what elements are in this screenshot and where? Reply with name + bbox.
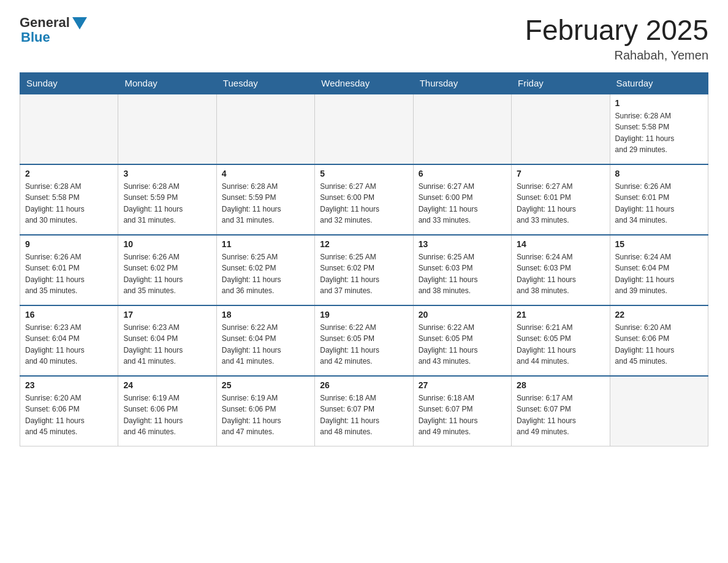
calendar-cell: [610, 376, 708, 446]
calendar-week-row: 1Sunrise: 6:28 AMSunset: 5:58 PMDaylight…: [20, 94, 708, 164]
day-info: Sunrise: 6:19 AMSunset: 6:06 PMDaylight:…: [222, 393, 309, 438]
day-number: 22: [615, 310, 703, 320]
calendar-cell: 25Sunrise: 6:19 AMSunset: 6:06 PMDayligh…: [216, 376, 314, 446]
day-info: Sunrise: 6:17 AMSunset: 6:07 PMDaylight:…: [517, 393, 604, 438]
title-block: February 2025 Rahabah, Yemen: [525, 15, 708, 63]
day-info: Sunrise: 6:25 AMSunset: 6:02 PMDaylight:…: [320, 251, 408, 297]
subtitle: Rahabah, Yemen: [525, 48, 708, 63]
day-info: Sunrise: 6:28 AMSunset: 5:58 PMDaylight:…: [615, 110, 703, 156]
day-number: 23: [25, 380, 113, 390]
day-info: Sunrise: 6:19 AMSunset: 6:06 PMDaylight:…: [123, 393, 211, 438]
day-number: 7: [517, 169, 604, 178]
calendar-cell: 23Sunrise: 6:20 AMSunset: 6:06 PMDayligh…: [20, 376, 118, 446]
calendar-header-friday: Friday: [512, 72, 610, 94]
calendar-header-tuesday: Tuesday: [216, 72, 314, 94]
day-number: 10: [123, 239, 211, 249]
day-number: 3: [123, 169, 211, 178]
calendar-table: SundayMondayTuesdayWednesdayThursdayFrid…: [20, 72, 708, 447]
calendar-header-monday: Monday: [118, 72, 216, 94]
day-info: Sunrise: 6:21 AMSunset: 6:05 PMDaylight:…: [517, 322, 604, 367]
day-number: 26: [320, 380, 408, 390]
day-info: Sunrise: 6:18 AMSunset: 6:07 PMDaylight:…: [320, 393, 408, 438]
day-info: Sunrise: 6:27 AMSunset: 6:00 PMDaylight:…: [320, 181, 408, 226]
calendar-cell: 22Sunrise: 6:20 AMSunset: 6:06 PMDayligh…: [610, 305, 708, 376]
day-number: 13: [419, 239, 506, 249]
logo: General Blue: [20, 15, 87, 45]
day-number: 27: [419, 380, 506, 390]
day-number: 24: [123, 380, 211, 390]
day-info: Sunrise: 6:22 AMSunset: 6:05 PMDaylight:…: [320, 322, 408, 367]
day-info: Sunrise: 6:18 AMSunset: 6:07 PMDaylight:…: [419, 393, 506, 438]
day-number: 4: [222, 169, 309, 178]
day-info: Sunrise: 6:28 AMSunset: 5:59 PMDaylight:…: [222, 181, 309, 226]
calendar-cell: 27Sunrise: 6:18 AMSunset: 6:07 PMDayligh…: [413, 376, 511, 446]
day-number: 11: [222, 239, 309, 249]
calendar-cell: 18Sunrise: 6:22 AMSunset: 6:04 PMDayligh…: [216, 305, 314, 376]
day-info: Sunrise: 6:27 AMSunset: 6:00 PMDaylight:…: [419, 181, 506, 226]
logo-triangle-icon: [72, 17, 87, 29]
day-number: 8: [615, 169, 703, 178]
day-number: 5: [320, 169, 408, 178]
day-number: 1: [615, 98, 703, 108]
day-number: 20: [419, 310, 506, 320]
day-info: Sunrise: 6:24 AMSunset: 6:03 PMDaylight:…: [517, 251, 604, 297]
day-info: Sunrise: 6:20 AMSunset: 6:06 PMDaylight:…: [615, 322, 703, 367]
day-info: Sunrise: 6:20 AMSunset: 6:06 PMDaylight:…: [25, 393, 113, 438]
day-number: 16: [25, 310, 113, 320]
day-info: Sunrise: 6:24 AMSunset: 6:04 PMDaylight:…: [615, 251, 703, 297]
calendar-cell: 20Sunrise: 6:22 AMSunset: 6:05 PMDayligh…: [413, 305, 511, 376]
calendar-cell: 24Sunrise: 6:19 AMSunset: 6:06 PMDayligh…: [118, 376, 216, 446]
day-number: 28: [517, 380, 604, 390]
calendar-cell: 15Sunrise: 6:24 AMSunset: 6:04 PMDayligh…: [610, 235, 708, 305]
day-number: 19: [320, 310, 408, 320]
calendar-cell: 4Sunrise: 6:28 AMSunset: 5:59 PMDaylight…: [216, 164, 314, 235]
day-info: Sunrise: 6:28 AMSunset: 5:59 PMDaylight:…: [123, 181, 211, 226]
calendar-cell: 12Sunrise: 6:25 AMSunset: 6:02 PMDayligh…: [315, 235, 413, 305]
day-info: Sunrise: 6:23 AMSunset: 6:04 PMDaylight:…: [25, 322, 113, 367]
calendar-header-thursday: Thursday: [413, 72, 511, 94]
calendar-cell: 16Sunrise: 6:23 AMSunset: 6:04 PMDayligh…: [20, 305, 118, 376]
calendar-cell: 3Sunrise: 6:28 AMSunset: 5:59 PMDaylight…: [118, 164, 216, 235]
calendar-cell: 9Sunrise: 6:26 AMSunset: 6:01 PMDaylight…: [20, 235, 118, 305]
calendar-cell: 8Sunrise: 6:26 AMSunset: 6:01 PMDaylight…: [610, 164, 708, 235]
calendar-week-row: 16Sunrise: 6:23 AMSunset: 6:04 PMDayligh…: [20, 305, 708, 376]
calendar-week-row: 23Sunrise: 6:20 AMSunset: 6:06 PMDayligh…: [20, 376, 708, 446]
day-number: 2: [25, 169, 113, 178]
calendar-week-row: 2Sunrise: 6:28 AMSunset: 5:58 PMDaylight…: [20, 164, 708, 235]
day-info: Sunrise: 6:26 AMSunset: 6:02 PMDaylight:…: [123, 251, 211, 297]
day-info: Sunrise: 6:28 AMSunset: 5:58 PMDaylight:…: [25, 181, 113, 226]
day-number: 18: [222, 310, 309, 320]
day-number: 6: [419, 169, 506, 178]
calendar-cell: 13Sunrise: 6:25 AMSunset: 6:03 PMDayligh…: [413, 235, 511, 305]
calendar-cell: 6Sunrise: 6:27 AMSunset: 6:00 PMDaylight…: [413, 164, 511, 235]
logo-general-text: General: [20, 15, 70, 31]
calendar-header-sunday: Sunday: [20, 72, 118, 94]
calendar-cell: [512, 94, 610, 164]
day-info: Sunrise: 6:23 AMSunset: 6:04 PMDaylight:…: [123, 322, 211, 367]
calendar-cell: 1Sunrise: 6:28 AMSunset: 5:58 PMDaylight…: [610, 94, 708, 164]
calendar-week-row: 9Sunrise: 6:26 AMSunset: 6:01 PMDaylight…: [20, 235, 708, 305]
logo-blue-text: Blue: [21, 29, 50, 45]
page-title: February 2025: [525, 15, 708, 46]
day-info: Sunrise: 6:25 AMSunset: 6:02 PMDaylight:…: [222, 251, 309, 297]
calendar-cell: 19Sunrise: 6:22 AMSunset: 6:05 PMDayligh…: [315, 305, 413, 376]
day-number: 25: [222, 380, 309, 390]
calendar-header-wednesday: Wednesday: [315, 72, 413, 94]
day-number: 12: [320, 239, 408, 249]
calendar-cell: 2Sunrise: 6:28 AMSunset: 5:58 PMDaylight…: [20, 164, 118, 235]
calendar-cell: [315, 94, 413, 164]
calendar-cell: [216, 94, 314, 164]
calendar-cell: 21Sunrise: 6:21 AMSunset: 6:05 PMDayligh…: [512, 305, 610, 376]
calendar-cell: 26Sunrise: 6:18 AMSunset: 6:07 PMDayligh…: [315, 376, 413, 446]
day-info: Sunrise: 6:26 AMSunset: 6:01 PMDaylight:…: [25, 251, 113, 297]
calendar-cell: 5Sunrise: 6:27 AMSunset: 6:00 PMDaylight…: [315, 164, 413, 235]
calendar-header-row: SundayMondayTuesdayWednesdayThursdayFrid…: [20, 72, 708, 94]
calendar-cell: 11Sunrise: 6:25 AMSunset: 6:02 PMDayligh…: [216, 235, 314, 305]
day-number: 21: [517, 310, 604, 320]
day-info: Sunrise: 6:26 AMSunset: 6:01 PMDaylight:…: [615, 181, 703, 226]
day-info: Sunrise: 6:22 AMSunset: 6:04 PMDaylight:…: [222, 322, 309, 367]
calendar-cell: [118, 94, 216, 164]
calendar-cell: 14Sunrise: 6:24 AMSunset: 6:03 PMDayligh…: [512, 235, 610, 305]
day-number: 14: [517, 239, 604, 249]
day-info: Sunrise: 6:22 AMSunset: 6:05 PMDaylight:…: [419, 322, 506, 367]
